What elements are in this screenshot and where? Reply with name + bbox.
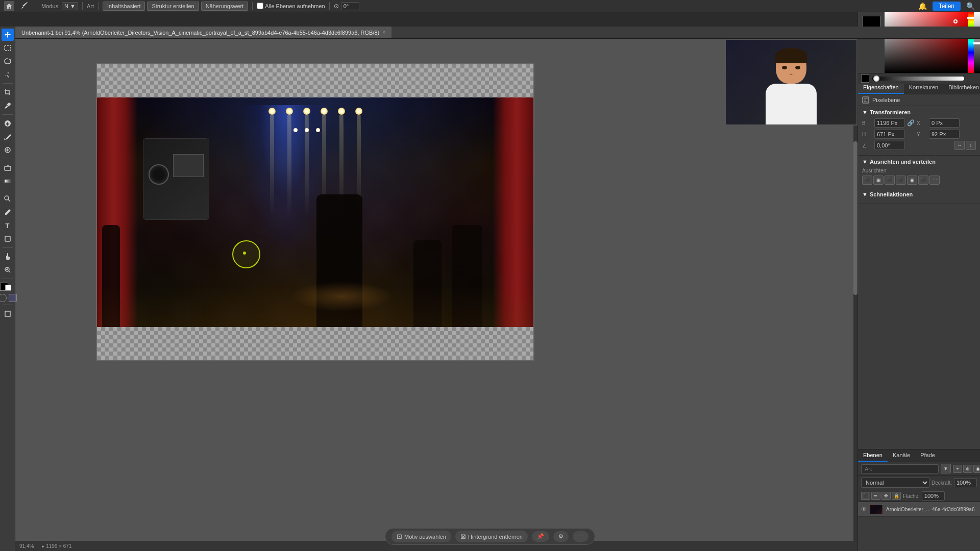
align-top-btn[interactable]: ⬛	[896, 176, 906, 185]
webcam-overlay	[725, 39, 857, 126]
hand-tool[interactable]	[2, 251, 14, 263]
settings-btn[interactable]: ⚙	[553, 531, 569, 542]
shape-tool[interactable]	[2, 233, 14, 245]
quickactions-header[interactable]: ▼ Schnellaktionen	[862, 191, 976, 197]
fill-input[interactable]	[922, 491, 945, 500]
select-subject-btn[interactable]: ⊡ Motiv auswählen	[391, 531, 451, 542]
transform-header[interactable]: ▼ Transformieren	[862, 109, 976, 115]
lasso-tool[interactable]	[2, 55, 14, 67]
eraser-tool[interactable]	[2, 162, 14, 174]
layers-fill-row: ⬛ ✒ ✤ 🔒 Fläche:	[858, 490, 980, 502]
structure-create-btn[interactable]: Struktur erstellen	[147, 2, 199, 11]
zoom-tool[interactable]	[2, 264, 14, 276]
camera-lens	[149, 164, 169, 185]
right-panel: Farbe Farbfelder Verläufe Muster	[857, 0, 980, 551]
content-based-btn[interactable]: Inhaltsbasiert	[103, 2, 145, 11]
layer-search-input[interactable]	[861, 464, 939, 473]
layer-copy-btn[interactable]: ⊕	[963, 465, 972, 473]
notification-icon[interactable]: 🔔	[917, 1, 928, 12]
color-preview[interactable]	[861, 74, 869, 83]
search-icon[interactable]: 🔍	[965, 1, 976, 12]
menu-brush-tool[interactable]	[16, 0, 33, 12]
approximation-btn[interactable]: Näherungswert	[201, 2, 249, 11]
remove-background-btn[interactable]: ⊠ Hintergrund entfernen	[455, 531, 528, 542]
layer-tab-kanaele[interactable]: Kanäle	[888, 449, 915, 462]
magic-wand-tool[interactable]	[2, 68, 14, 81]
mode-selector[interactable]: N ▼	[62, 2, 78, 10]
rotation-label: ∠	[862, 143, 872, 148]
layers-blend-row: Normal Deckraft:	[858, 475, 980, 490]
x-input[interactable]	[929, 118, 960, 128]
quick-mask-btn[interactable]	[9, 294, 17, 302]
clone-stamp-tool[interactable]	[2, 144, 14, 156]
layer-filter-type-btn[interactable]: ▾	[941, 464, 951, 473]
all-layers-checkbox[interactable]: Alle Ebenen aufnehmen	[257, 3, 325, 9]
home-icon[interactable]	[4, 1, 14, 11]
screen-mode-btn[interactable]	[2, 308, 14, 320]
more-options-btn[interactable]: ⋯	[573, 531, 589, 542]
more-align-btn[interactable]: ⋯	[929, 176, 940, 185]
angle-input[interactable]	[341, 2, 359, 10]
file-tab-active[interactable]: Unbenannt-1 bei 91,4% (ArnoldOberleiter_…	[15, 27, 392, 38]
tab-bar: Unbenannt-1 bei 91,4% (ArnoldOberleiter_…	[15, 27, 980, 39]
lock-pixels-btn[interactable]: ⬛	[861, 492, 870, 500]
heal-tool[interactable]	[2, 117, 14, 130]
vertical-scrollbar-thumb[interactable]	[853, 141, 857, 295]
share-button[interactable]: Teilen	[933, 2, 961, 11]
light-6	[355, 108, 362, 115]
canvas-image	[97, 97, 533, 327]
close-tab-icon[interactable]: ×	[382, 30, 385, 35]
pen-tool[interactable]	[2, 206, 14, 218]
gradient-tool[interactable]	[2, 175, 14, 187]
layer-tab-ebenen[interactable]: Ebenen	[858, 449, 888, 462]
align-center-h-btn[interactable]: ▣	[873, 176, 884, 185]
layer-new-btn[interactable]: +	[953, 465, 962, 473]
eyedropper-tool[interactable]	[2, 99, 14, 112]
flip-h-btn[interactable]: ↔	[954, 141, 965, 150]
width-label: B	[862, 120, 872, 126]
stage-lights	[268, 108, 362, 115]
height-input[interactable]	[874, 130, 905, 139]
canvas-info: ▸ 1196 × 671	[42, 543, 71, 549]
layer-eye-icon[interactable]: 👁	[861, 506, 867, 512]
lock-position-btn[interactable]: ✒	[871, 492, 880, 500]
layer-action-btns: + ⊕ ◉ ◑ 🔒 🗑	[953, 465, 980, 473]
width-input[interactable]	[874, 118, 905, 128]
layer-mask-btn[interactable]: ◉	[973, 465, 980, 473]
canvas-transparent-bottom	[97, 327, 533, 360]
pin-icon: 📌	[537, 533, 544, 540]
normal-mode-btn[interactable]	[0, 294, 7, 302]
align-header[interactable]: ▼ Ausrichten und verteilen	[862, 159, 976, 165]
svg-point-4	[5, 196, 9, 200]
all-layers-label: Alle Ebenen aufnehmen	[265, 3, 325, 9]
align-bottom-btn[interactable]: ⬛	[918, 176, 928, 185]
move-tool[interactable]	[2, 29, 14, 41]
layer-tab-pfade[interactable]: Pfade	[915, 449, 940, 462]
select-rect-tool[interactable]	[2, 42, 14, 54]
blend-mode-select[interactable]: Normal	[861, 478, 929, 488]
text-tool[interactable]: T	[2, 219, 14, 232]
align-right-btn[interactable]: ⬛	[885, 176, 895, 185]
opacity-input[interactable]	[954, 478, 977, 487]
color-range-slider[interactable]	[872, 77, 964, 81]
camera-screen	[173, 154, 204, 177]
svg-rect-0	[5, 45, 11, 51]
y-input[interactable]	[929, 130, 960, 139]
flip-v-btn[interactable]: ↕	[966, 141, 976, 150]
align-center-v-btn[interactable]: ▣	[907, 176, 917, 185]
brush-tool[interactable]	[2, 131, 14, 143]
lock-artboard-btn[interactable]: ✤	[881, 492, 891, 500]
lock-all-btn[interactable]: 🔒	[892, 492, 901, 500]
rotation-input[interactable]	[874, 141, 905, 150]
menu-bar: Modus: N ▼ Art Inhaltsbasiert Struktur e…	[0, 0, 980, 12]
brightness-slider[interactable]	[974, 12, 980, 73]
align-left-btn[interactable]: ⬛	[862, 176, 872, 185]
pin-btn[interactable]: 📌	[532, 531, 549, 542]
background-color[interactable]	[5, 285, 11, 291]
layers-tabs: Ebenen Kanäle Pfade	[858, 449, 980, 462]
dodge-tool[interactable]	[2, 193, 14, 205]
layer-item-1[interactable]: 👁 ArnoldOberleiter_...-46a-4d3dc6f899a6	[858, 502, 980, 517]
color-spectrum[interactable]	[885, 12, 968, 73]
all-layers-check[interactable]	[257, 3, 263, 9]
crop-tool[interactable]	[2, 86, 14, 98]
